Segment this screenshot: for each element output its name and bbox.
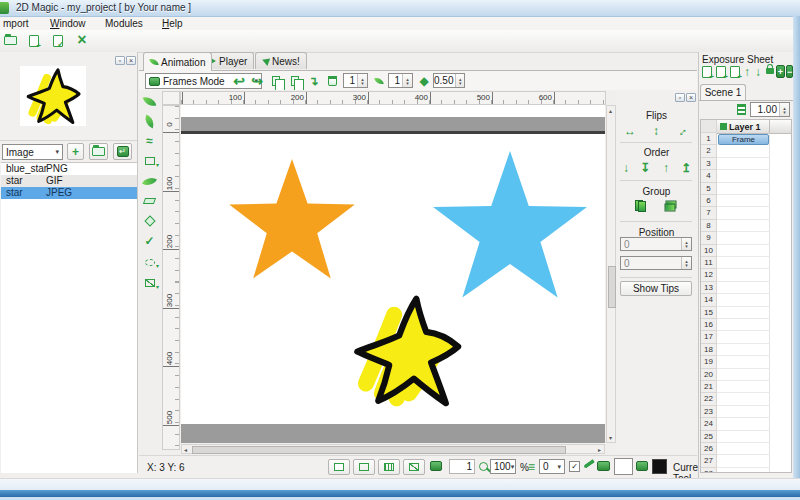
- exposure-row[interactable]: 25: [701, 431, 791, 443]
- frame-pill[interactable]: Frame: [718, 134, 769, 145]
- frame-cell[interactable]: [717, 220, 770, 232]
- position-x-spinner[interactable]: 0 ▴▾: [620, 237, 692, 251]
- tool-lasso-button[interactable]: ▾: [141, 254, 158, 270]
- view-diagonal-button[interactable]: [403, 459, 425, 475]
- color-sample-box[interactable]: [614, 458, 633, 475]
- spinner-steppers[interactable]: ▴▾: [455, 74, 464, 87]
- exit-button[interactable]: ×: [74, 31, 90, 49]
- menu-import[interactable]: mport: [1, 18, 31, 29]
- tool-stroke-button[interactable]: ✓: [141, 233, 158, 249]
- onion-select[interactable]: 0 ▾: [539, 459, 565, 474]
- exposure-row[interactable]: 2: [701, 145, 791, 157]
- duplicate-scene-button[interactable]: [716, 66, 726, 78]
- move-up-button[interactable]: ↑: [744, 65, 750, 79]
- frame-cell[interactable]: [717, 369, 770, 381]
- onion-next-button[interactable]: ◆: [417, 73, 431, 89]
- exposure-row[interactable]: 9: [701, 232, 791, 244]
- list-item[interactable]: starGIF: [1, 175, 137, 187]
- frame-cell[interactable]: [717, 269, 770, 281]
- pen-indicator[interactable]: [583, 462, 595, 466]
- frame-cell[interactable]: [717, 393, 770, 405]
- lower-to-bottom-button[interactable]: ↧: [636, 160, 654, 175]
- add-image-button[interactable]: +: [67, 143, 84, 160]
- remove-frame-button[interactable]: −: [786, 65, 793, 78]
- panel-close-button[interactable]: ×: [126, 56, 136, 65]
- onion-prev-spinner[interactable]: 1 ▴▾: [388, 73, 413, 88]
- frame-cell[interactable]: [717, 344, 770, 356]
- group-button[interactable]: [630, 198, 650, 213]
- frame-cell[interactable]: [717, 294, 770, 306]
- frame-cell[interactable]: [717, 183, 770, 195]
- view-grid-button[interactable]: [378, 459, 400, 475]
- frame-cell[interactable]: [717, 158, 770, 170]
- tool-edit-button[interactable]: [141, 113, 158, 129]
- greenscreen-button-2[interactable]: [636, 461, 648, 471]
- exposure-row[interactable]: 8: [701, 220, 791, 232]
- opacity-spinner[interactable]: 0.50 ▴▾: [433, 73, 465, 88]
- lock-button[interactable]: [766, 64, 774, 74]
- add-scene-button[interactable]: [702, 66, 712, 78]
- frame-cell[interactable]: [717, 195, 770, 207]
- import-image-button[interactable]: ↵: [113, 143, 132, 160]
- frame-cell[interactable]: [717, 207, 770, 219]
- copy-button[interactable]: [268, 74, 284, 88]
- exposure-row[interactable]: 5: [701, 183, 791, 195]
- exposure-row[interactable]: 13: [701, 282, 791, 294]
- zoom-select[interactable]: 100 ▾: [490, 459, 516, 474]
- spinner-steppers[interactable]: ▴▾: [357, 74, 367, 87]
- horizontal-scroll-thumb[interactable]: [192, 446, 566, 454]
- frame-cell[interactable]: [717, 145, 770, 157]
- greenscreen-button[interactable]: [597, 461, 610, 471]
- tool-shape-button[interactable]: ▾: [141, 153, 158, 169]
- tool-move-button[interactable]: [141, 93, 158, 109]
- position-y-spinner[interactable]: 0 ▴▾: [620, 256, 692, 270]
- exposure-row[interactable]: 4: [701, 170, 791, 182]
- frame-cell[interactable]: Frame: [717, 133, 770, 145]
- panel-float-button[interactable]: ▫: [115, 56, 125, 65]
- raise-to-top-button[interactable]: ↥: [677, 160, 695, 175]
- flip-vertical-button[interactable]: ↕: [646, 123, 666, 138]
- tool-brush-button[interactable]: [141, 173, 158, 189]
- ungroup-button[interactable]: [660, 198, 680, 213]
- menu-modules[interactable]: Modules: [103, 18, 145, 29]
- frame-cell[interactable]: [717, 245, 770, 257]
- orange-star[interactable]: [229, 159, 355, 278]
- exposure-row[interactable]: 28: [701, 468, 791, 473]
- undo-button[interactable]: ↩: [232, 73, 246, 89]
- canvas-drawing[interactable]: [181, 105, 605, 443]
- open-project-button[interactable]: [2, 33, 19, 48]
- exposure-row[interactable]: 11: [701, 257, 791, 269]
- raise-button[interactable]: ↑: [657, 160, 675, 175]
- canvas-viewport[interactable]: [181, 105, 605, 443]
- view-cells-button[interactable]: [353, 459, 375, 475]
- save-document-button[interactable]: [50, 32, 66, 49]
- flip-diagonal-button[interactable]: ↔: [669, 118, 694, 143]
- tab-animation[interactable]: Animation: [143, 52, 212, 71]
- frame-cell[interactable]: [717, 282, 770, 294]
- frame-cell[interactable]: [717, 406, 770, 418]
- add-folder-button[interactable]: [89, 143, 108, 160]
- show-tips-button[interactable]: Show Tips: [620, 281, 692, 296]
- panel-close-button[interactable]: ×: [686, 93, 696, 102]
- spinner-steppers[interactable]: ▴▾: [681, 257, 691, 269]
- exposure-row[interactable]: 16: [701, 319, 791, 331]
- exposure-row[interactable]: 20: [701, 369, 791, 381]
- sketch-star[interactable]: [357, 299, 458, 404]
- menu-help[interactable]: Help: [160, 18, 185, 29]
- tool-eraser-button[interactable]: [141, 193, 158, 209]
- frame-cell[interactable]: [717, 307, 770, 319]
- list-item[interactable]: blue_starPNG: [1, 163, 137, 175]
- title-bar[interactable]: 2D Magic - my_project [ by Your name ]: [0, 0, 800, 17]
- exposure-row[interactable]: 26: [701, 443, 791, 455]
- frame-cell[interactable]: [717, 455, 770, 467]
- vertical-scroll-thumb[interactable]: [608, 266, 616, 308]
- exposure-row[interactable]: 14: [701, 294, 791, 306]
- frame-cell[interactable]: [717, 319, 770, 331]
- insert-frame-button[interactable]: ↴: [306, 73, 321, 89]
- exposure-row[interactable]: 21: [701, 381, 791, 393]
- add-frame-button[interactable]: +: [776, 65, 785, 78]
- frame-cell[interactable]: [717, 232, 770, 244]
- onion-prev-button[interactable]: [372, 74, 386, 88]
- view-single-button[interactable]: [328, 459, 350, 475]
- tab-news[interactable]: News!: [255, 52, 307, 69]
